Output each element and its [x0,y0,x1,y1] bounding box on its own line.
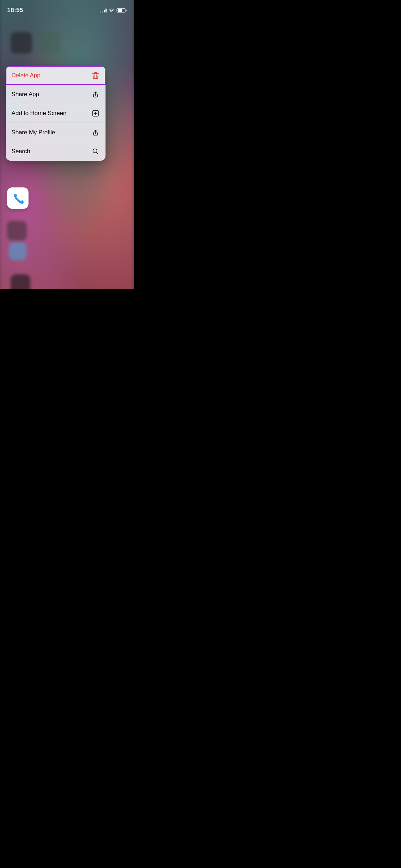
add-home-label: Add to Home Screen [11,110,66,117]
delete-app-label: Delete App [11,72,40,79]
menu-item-search[interactable]: Search [6,142,106,161]
add-square-icon [91,109,100,118]
trash-icon [91,71,100,80]
search-icon [91,147,100,156]
menu-item-add-home[interactable]: Add to Home Screen [6,104,106,123]
share-app-label: Share App [11,91,39,98]
menu-item-share-app[interactable]: Share App [6,85,106,104]
menu-item-delete-app[interactable]: Delete App [6,66,106,85]
share-profile-icon [91,128,100,137]
search-label: Search [11,148,30,155]
context-menu: Delete App Share App Add to Home Screen [6,66,106,161]
status-bar: 18:55 [0,0,134,16]
battery-icon [117,8,127,12]
status-time: 18:55 [7,7,23,14]
phone-icon [11,191,25,205]
signal-icon [100,8,107,12]
wifi-icon [109,8,114,12]
share-profile-label: Share My Profile [11,129,55,136]
status-icons [100,8,127,12]
share-icon [91,90,100,99]
svg-line-7 [97,152,98,154]
phone-app-icon[interactable] [7,187,29,209]
menu-item-share-profile[interactable]: Share My Profile [6,123,106,142]
